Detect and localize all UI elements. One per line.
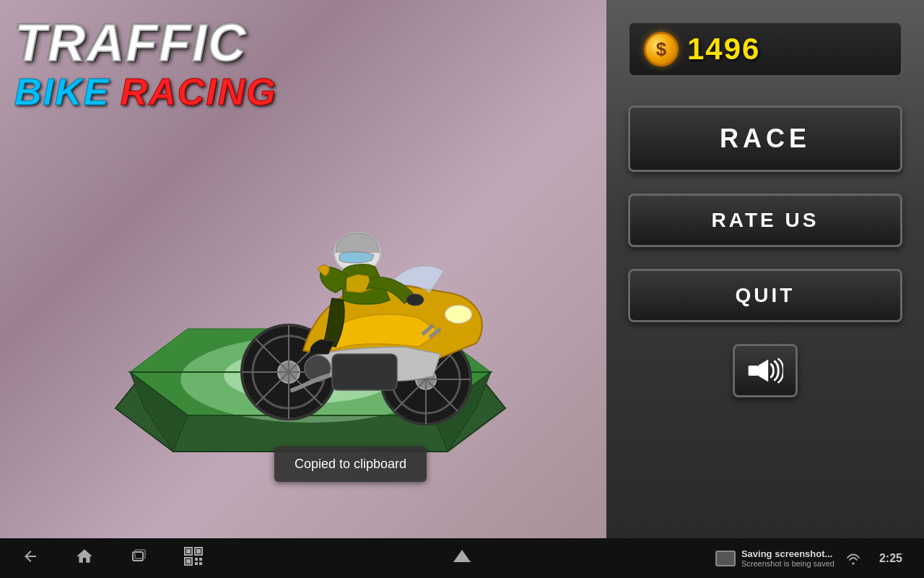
svg-rect-37 (186, 559, 191, 564)
title-bike: BIKE (14, 71, 110, 113)
game-title: TRAFFIC BIKE RACING (14, 14, 277, 113)
game-area: TRAFFIC BIKE RACING (0, 0, 606, 545)
svg-marker-29 (758, 360, 768, 382)
qr-icon[interactable] (183, 546, 204, 571)
svg-rect-41 (199, 562, 202, 565)
sound-icon (747, 356, 783, 385)
svg-rect-38 (195, 558, 198, 561)
rate-button[interactable]: RATE US (628, 194, 902, 247)
svg-rect-40 (195, 562, 198, 565)
svg-point-25 (445, 306, 471, 323)
bike-scene (58, 184, 563, 473)
home-icon[interactable] (75, 547, 94, 570)
nav-center (451, 546, 473, 571)
svg-rect-35 (196, 549, 201, 553)
svg-rect-33 (186, 549, 191, 553)
svg-rect-39 (199, 558, 202, 561)
title-racing: RACING (121, 71, 277, 113)
coin-amount: 1496 (687, 32, 760, 66)
svg-marker-42 (453, 550, 471, 562)
screenshot-saving-text: Saving screenshot... (741, 548, 834, 559)
clipboard-toast: Copied to clipboard (274, 447, 427, 482)
coin-icon: $ (644, 32, 679, 66)
svg-rect-30 (133, 552, 143, 561)
wifi-icon (845, 552, 861, 565)
nav-icons-left (22, 546, 715, 571)
back-icon[interactable] (22, 548, 39, 569)
quit-button[interactable]: QUiT (628, 269, 902, 322)
sidebar: $ 1496 RACE RATE US QUiT (606, 0, 924, 545)
recents-icon[interactable] (130, 548, 147, 569)
screenshot-notification: Saving screenshot... Screenshot is being… (715, 548, 834, 568)
clipboard-toast-text: Copied to clipboard (295, 457, 406, 471)
screenshot-sub-text: Screenshot is being saved (741, 559, 834, 568)
nav-bar: Saving screenshot... Screenshot is being… (0, 538, 924, 578)
race-button[interactable]: RACE (628, 105, 902, 172)
coin-display: $ 1496 (628, 22, 902, 77)
time-display: 2:25 (879, 552, 902, 565)
svg-point-27 (406, 294, 424, 306)
sound-button[interactable] (733, 344, 798, 397)
coin-symbol: $ (656, 38, 666, 61)
title-traffic: TRAFFIC (14, 14, 277, 72)
svg-rect-28 (749, 366, 758, 376)
nav-icons-right: Saving screenshot... Screenshot is being… (715, 548, 902, 568)
screenshot-icon (715, 551, 736, 566)
svg-rect-21 (332, 354, 397, 390)
